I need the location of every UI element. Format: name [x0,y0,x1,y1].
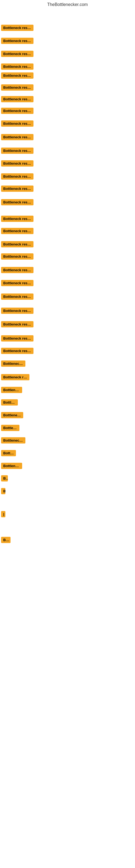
bottleneck-result-row: Bottleneck result [1,160,34,167]
bottleneck-result-row: Bottleneck result [1,108,34,115]
bottleneck-result-badge[interactable]: Bottleneck result [1,84,34,91]
bottleneck-result-badge[interactable]: Bottleneck result [1,96,34,102]
bottleneck-result-badge[interactable]: Bottleneck r [1,412,23,418]
bottleneck-result-badge[interactable]: Bottleneck result [1,216,34,222]
bottleneck-result-badge[interactable]: Bottleneck result [1,267,34,273]
bottleneck-result-row: Bottleneck result [1,120,34,128]
bottleneck-result-badge[interactable]: Bottlenec [1,425,19,431]
bottleneck-result-badge[interactable]: Bottleneck result [1,25,34,31]
bottleneck-result-row: Bottleneck r [1,412,23,420]
bottleneck-result-row: | [1,511,5,518]
bottleneck-result-row: B [1,488,5,495]
bottleneck-result-row: Bottleneck result [1,72,34,80]
bottleneck-result-badge[interactable]: Bo [1,475,8,482]
bottleneck-result-row: Bottleneck [1,387,22,394]
bottleneck-result-badge[interactable]: Bottleneck result [1,63,34,70]
bottleneck-result-badge[interactable]: Bottleneck result [1,108,34,114]
bottleneck-result-row: Bottleneck result [1,38,34,45]
bottleneck-result-badge[interactable]: Bottleneck result [1,173,34,180]
bottleneck-result-badge[interactable]: Bottleneck resul [1,374,30,380]
bottleneck-result-badge[interactable]: | [1,511,5,517]
bottleneck-result-row: Bottleneck result [1,96,34,103]
bottleneck-result-row: Bottleneck result [1,241,34,248]
bottleneck-result-row: Bottleneck result [1,216,34,223]
bottleneck-result-badge[interactable]: Bottleneck [1,463,22,469]
bottleneck-result-badge[interactable]: Bottleneck result [1,280,34,286]
bottleneck-result-badge[interactable]: Bottleneck result [1,335,34,341]
bottleneck-result-badge[interactable]: Bottleneck result [1,199,34,205]
bottleneck-result-badge[interactable]: Bottleneck result [1,72,34,79]
bottleneck-result-row: Bottleneck result [1,51,34,58]
bottleneck-result-row: Bottleneck result [1,199,34,207]
bottleneck-result-badge[interactable]: Bottleneck result [1,51,34,57]
bottleneck-result-row: Bottlenec [1,425,19,432]
bottleneck-result-row: Bottleneck result [1,335,34,343]
bottleneck-result-badge[interactable]: Bottleneck result [1,348,34,354]
bottleneck-result-badge[interactable]: Bottleneck result [1,228,34,234]
bottleneck-result-row: Bottleneck result [1,84,34,92]
bottleneck-result-row: Bottleneck result [1,321,34,329]
bottleneck-result-badge[interactable]: Bottleneck result [1,186,34,192]
bottleneck-result-badge[interactable]: Bottleneck result [1,160,34,166]
bottleneck-result-row: Bottleneck result [1,293,34,301]
bottleneck-result-row: Bott [1,537,10,544]
bottleneck-result-badge[interactable]: Bottleneck result [1,293,34,300]
bottleneck-result-badge[interactable]: Bottleneck result [1,148,34,154]
bottleneck-result-row: Bo [1,475,8,483]
bottleneck-result-row: Bottleneck resul [1,374,30,381]
bottleneck-result-badge[interactable]: Bottleneck result [1,120,34,127]
bottleneck-result-row: Bottleneck result [1,173,34,181]
bottleneck-result-row: Bottleneck result [1,228,34,235]
bottleneck-result-badge[interactable]: Bottlene [1,399,18,405]
bottleneck-result-row: Bottleneck re [1,361,26,368]
bottleneck-result-badge[interactable]: B [1,488,5,494]
bottleneck-result-row: Bottleneck result [1,63,34,71]
bottleneck-result-row: Bottleneck result [1,348,34,355]
bottleneck-result-badge[interactable]: Bottlen [1,450,16,456]
bottleneck-result-row: Bottlen [1,450,16,457]
bottleneck-result-badge[interactable]: Bottleneck result [1,134,34,140]
bottleneck-result-row: Bottleneck result [1,267,34,274]
bottleneck-result-row: Bottleneck result [1,280,34,287]
site-title: TheBottlenecker.com [0,0,135,9]
bottleneck-result-badge[interactable]: Bottleneck re [1,361,26,367]
bottleneck-result-row: Bottlene [1,399,18,407]
bottleneck-result-badge[interactable]: Bottleneck [1,387,22,393]
bottleneck-result-badge[interactable]: Bottleneck result [1,241,34,247]
bottleneck-result-row: Bottleneck result [1,134,34,141]
bottleneck-result-row: Bottleneck re [1,437,26,444]
bottleneck-result-badge[interactable]: Bottleneck result [1,253,34,259]
bottleneck-result-row: Bottleneck result [1,186,34,193]
bottleneck-result-badge[interactable]: Bottleneck re [1,437,26,443]
bottleneck-result-row: Bottleneck result [1,253,34,261]
bottleneck-result-badge[interactable]: Bottleneck result [1,308,34,314]
bottleneck-result-row: Bottleneck result [1,308,34,315]
bottleneck-result-row: Bottleneck result [1,25,34,32]
bottleneck-result-row: Bottleneck result [1,148,34,155]
bottleneck-result-badge[interactable]: Bottleneck result [1,38,34,44]
bottleneck-result-badge[interactable]: Bott [1,537,10,543]
bottleneck-result-badge[interactable]: Bottleneck result [1,321,34,328]
bottleneck-result-row: Bottleneck [1,463,22,470]
